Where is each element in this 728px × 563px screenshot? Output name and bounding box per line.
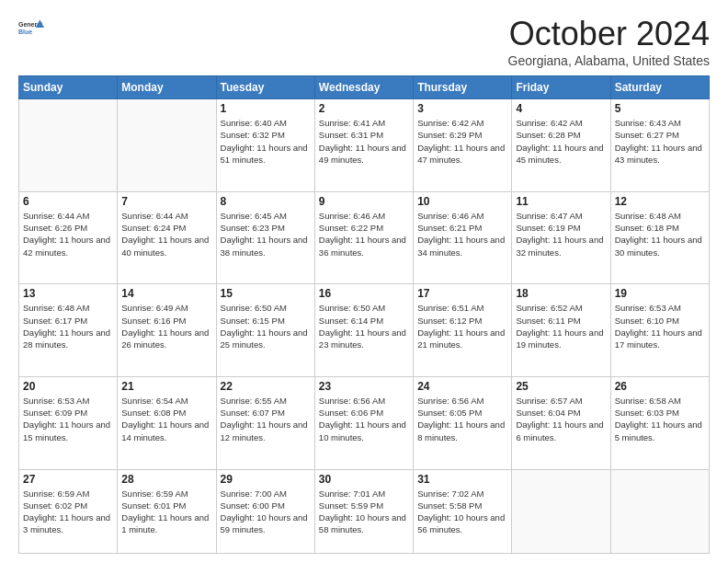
day-info: Sunrise: 6:44 AM Sunset: 6:24 PM Dayligh… bbox=[121, 210, 211, 259]
calendar-day-header: Sunday bbox=[19, 76, 118, 99]
logo-icon: GeneralBlue bbox=[18, 15, 44, 40]
calendar-day-cell: 13Sunrise: 6:48 AM Sunset: 6:17 PM Dayli… bbox=[19, 284, 118, 377]
header: GeneralBlue October 2024 Georgiana, Alab… bbox=[18, 15, 710, 68]
calendar-week-row: 27Sunrise: 6:59 AM Sunset: 6:02 PM Dayli… bbox=[19, 469, 710, 554]
day-info: Sunrise: 6:54 AM Sunset: 6:08 PM Dayligh… bbox=[121, 395, 211, 443]
calendar-day-cell: 14Sunrise: 6:49 AM Sunset: 6:16 PM Dayli… bbox=[118, 284, 216, 377]
logo: GeneralBlue bbox=[18, 15, 44, 40]
calendar-day-cell: 7Sunrise: 6:44 AM Sunset: 6:24 PM Daylig… bbox=[118, 191, 216, 284]
day-info: Sunrise: 6:58 AM Sunset: 6:03 PM Dayligh… bbox=[615, 395, 705, 443]
title-block: October 2024 Georgiana, Alabama, United … bbox=[508, 15, 710, 68]
calendar-day-header: Monday bbox=[118, 76, 216, 99]
day-info: Sunrise: 6:48 AM Sunset: 6:18 PM Dayligh… bbox=[615, 210, 705, 259]
calendar-day-cell: 20Sunrise: 6:53 AM Sunset: 6:09 PM Dayli… bbox=[19, 376, 118, 469]
calendar-week-row: 13Sunrise: 6:48 AM Sunset: 6:17 PM Dayli… bbox=[19, 284, 710, 377]
day-number: 18 bbox=[516, 287, 606, 300]
calendar-day-header: Saturday bbox=[610, 76, 709, 99]
day-number: 7 bbox=[121, 195, 211, 208]
calendar-day-cell bbox=[118, 99, 216, 192]
day-number: 8 bbox=[221, 195, 311, 208]
calendar-day-header: Friday bbox=[512, 76, 610, 99]
day-number: 26 bbox=[615, 380, 705, 393]
calendar-day-cell bbox=[19, 99, 118, 192]
day-info: Sunrise: 6:44 AM Sunset: 6:26 PM Dayligh… bbox=[23, 210, 113, 259]
day-info: Sunrise: 6:59 AM Sunset: 6:01 PM Dayligh… bbox=[121, 488, 211, 536]
day-number: 22 bbox=[221, 380, 311, 393]
calendar-week-row: 1Sunrise: 6:40 AM Sunset: 6:32 PM Daylig… bbox=[19, 99, 710, 192]
calendar-day-cell: 9Sunrise: 6:46 AM Sunset: 6:22 PM Daylig… bbox=[314, 191, 413, 284]
calendar-day-cell: 29Sunrise: 7:00 AM Sunset: 6:00 PM Dayli… bbox=[216, 469, 314, 554]
day-info: Sunrise: 6:57 AM Sunset: 6:04 PM Dayligh… bbox=[516, 395, 606, 443]
day-number: 24 bbox=[417, 380, 507, 393]
day-info: Sunrise: 6:42 AM Sunset: 6:29 PM Dayligh… bbox=[417, 117, 507, 166]
day-number: 29 bbox=[221, 473, 311, 486]
day-info: Sunrise: 6:53 AM Sunset: 6:10 PM Dayligh… bbox=[615, 302, 705, 350]
day-info: Sunrise: 6:53 AM Sunset: 6:09 PM Dayligh… bbox=[23, 395, 113, 443]
day-info: Sunrise: 6:43 AM Sunset: 6:27 PM Dayligh… bbox=[615, 117, 705, 166]
page: GeneralBlue October 2024 Georgiana, Alab… bbox=[0, 0, 728, 563]
day-info: Sunrise: 6:55 AM Sunset: 6:07 PM Dayligh… bbox=[221, 395, 311, 443]
calendar-header-row: SundayMondayTuesdayWednesdayThursdayFrid… bbox=[19, 76, 710, 99]
day-info: Sunrise: 6:56 AM Sunset: 6:05 PM Dayligh… bbox=[417, 395, 507, 443]
calendar-day-cell: 12Sunrise: 6:48 AM Sunset: 6:18 PM Dayli… bbox=[610, 191, 709, 284]
day-number: 15 bbox=[221, 287, 311, 300]
day-info: Sunrise: 7:00 AM Sunset: 6:00 PM Dayligh… bbox=[221, 488, 311, 536]
calendar-day-cell: 25Sunrise: 6:57 AM Sunset: 6:04 PM Dayli… bbox=[512, 376, 610, 469]
calendar-day-cell: 30Sunrise: 7:01 AM Sunset: 5:59 PM Dayli… bbox=[314, 469, 413, 554]
calendar-day-cell: 11Sunrise: 6:47 AM Sunset: 6:19 PM Dayli… bbox=[512, 191, 610, 284]
calendar-day-cell: 19Sunrise: 6:53 AM Sunset: 6:10 PM Dayli… bbox=[610, 284, 709, 377]
day-info: Sunrise: 6:50 AM Sunset: 6:15 PM Dayligh… bbox=[221, 302, 311, 350]
calendar-week-row: 20Sunrise: 6:53 AM Sunset: 6:09 PM Dayli… bbox=[19, 376, 710, 469]
day-number: 12 bbox=[615, 195, 705, 208]
calendar-day-cell: 24Sunrise: 6:56 AM Sunset: 6:05 PM Dayli… bbox=[414, 376, 512, 469]
day-number: 14 bbox=[121, 287, 211, 300]
day-number: 4 bbox=[516, 102, 606, 115]
calendar-day-cell: 3Sunrise: 6:42 AM Sunset: 6:29 PM Daylig… bbox=[414, 99, 512, 192]
day-number: 10 bbox=[417, 195, 507, 208]
day-info: Sunrise: 6:59 AM Sunset: 6:02 PM Dayligh… bbox=[23, 488, 113, 536]
day-number: 6 bbox=[23, 195, 113, 208]
calendar-day-header: Thursday bbox=[414, 76, 512, 99]
day-number: 25 bbox=[516, 380, 606, 393]
calendar-day-cell: 16Sunrise: 6:50 AM Sunset: 6:14 PM Dayli… bbox=[314, 284, 413, 377]
calendar-day-cell: 2Sunrise: 6:41 AM Sunset: 6:31 PM Daylig… bbox=[314, 99, 413, 192]
calendar-day-cell bbox=[512, 469, 610, 554]
day-info: Sunrise: 6:49 AM Sunset: 6:16 PM Dayligh… bbox=[121, 302, 211, 350]
calendar-week-row: 6Sunrise: 6:44 AM Sunset: 6:26 PM Daylig… bbox=[19, 191, 710, 284]
calendar-day-cell: 31Sunrise: 7:02 AM Sunset: 5:58 PM Dayli… bbox=[414, 469, 512, 554]
day-number: 9 bbox=[319, 195, 409, 208]
day-number: 31 bbox=[417, 473, 507, 486]
calendar-day-header: Wednesday bbox=[314, 76, 413, 99]
day-info: Sunrise: 6:47 AM Sunset: 6:19 PM Dayligh… bbox=[516, 210, 606, 259]
day-number: 28 bbox=[121, 473, 211, 486]
calendar-day-header: Tuesday bbox=[216, 76, 314, 99]
day-number: 13 bbox=[23, 287, 113, 300]
calendar-day-cell: 18Sunrise: 6:52 AM Sunset: 6:11 PM Dayli… bbox=[512, 284, 610, 377]
calendar-day-cell: 15Sunrise: 6:50 AM Sunset: 6:15 PM Dayli… bbox=[216, 284, 314, 377]
day-info: Sunrise: 6:45 AM Sunset: 6:23 PM Dayligh… bbox=[221, 210, 311, 259]
day-info: Sunrise: 6:42 AM Sunset: 6:28 PM Dayligh… bbox=[516, 117, 606, 166]
month-title: October 2024 bbox=[508, 15, 710, 53]
calendar-day-cell: 5Sunrise: 6:43 AM Sunset: 6:27 PM Daylig… bbox=[610, 99, 709, 192]
day-number: 2 bbox=[319, 102, 409, 115]
day-number: 16 bbox=[319, 287, 409, 300]
day-info: Sunrise: 7:01 AM Sunset: 5:59 PM Dayligh… bbox=[319, 488, 409, 536]
day-number: 19 bbox=[615, 287, 705, 300]
calendar-day-cell: 4Sunrise: 6:42 AM Sunset: 6:28 PM Daylig… bbox=[512, 99, 610, 192]
day-info: Sunrise: 6:56 AM Sunset: 6:06 PM Dayligh… bbox=[319, 395, 409, 443]
day-number: 27 bbox=[23, 473, 113, 486]
day-number: 20 bbox=[23, 380, 113, 393]
calendar-day-cell bbox=[610, 469, 709, 554]
calendar-day-cell: 17Sunrise: 6:51 AM Sunset: 6:12 PM Dayli… bbox=[414, 284, 512, 377]
calendar-day-cell: 10Sunrise: 6:46 AM Sunset: 6:21 PM Dayli… bbox=[414, 191, 512, 284]
day-info: Sunrise: 6:51 AM Sunset: 6:12 PM Dayligh… bbox=[417, 302, 507, 350]
calendar-day-cell: 22Sunrise: 6:55 AM Sunset: 6:07 PM Dayli… bbox=[216, 376, 314, 469]
day-number: 21 bbox=[121, 380, 211, 393]
day-number: 1 bbox=[221, 102, 311, 115]
day-info: Sunrise: 6:40 AM Sunset: 6:32 PM Dayligh… bbox=[221, 117, 311, 166]
subtitle: Georgiana, Alabama, United States bbox=[508, 53, 710, 68]
day-number: 5 bbox=[615, 102, 705, 115]
svg-text:Blue: Blue bbox=[18, 29, 32, 35]
calendar-day-cell: 6Sunrise: 6:44 AM Sunset: 6:26 PM Daylig… bbox=[19, 191, 118, 284]
day-number: 23 bbox=[319, 380, 409, 393]
